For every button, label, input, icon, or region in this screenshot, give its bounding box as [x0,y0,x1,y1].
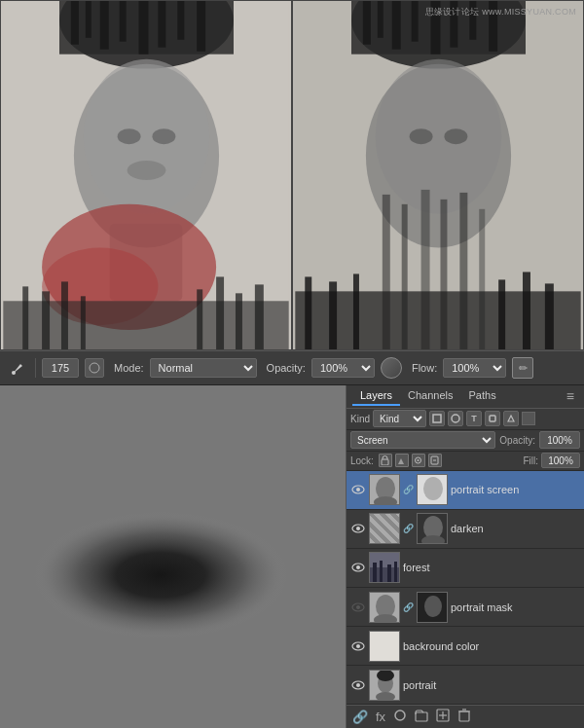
airbrush-icon[interactable] [381,357,402,379]
mode-select[interactable]: Normal [150,358,257,378]
svg-rect-24 [197,289,202,349]
lock-transparency-icon[interactable] [379,454,392,467]
flow-select[interactable]: 100% [443,358,506,378]
layer-row[interactable]: backround color [347,627,584,666]
lock-row: Lock: [347,452,584,471]
svg-rect-3 [71,1,79,45]
layer-mask-thumbnail [417,592,448,623]
svg-rect-63 [382,459,388,465]
layer-mode-icon[interactable] [522,412,535,425]
adjust-filter-icon[interactable] [448,411,463,426]
svg-rect-27 [255,284,264,349]
fill-label: Fill: [523,455,538,466]
svg-point-15 [128,161,166,180]
layer-thumbnail [369,592,400,623]
svg-rect-32 [378,1,383,38]
tab-layers[interactable]: Layers [352,386,400,406]
brush-size-display[interactable]: 175 [42,358,79,378]
svg-point-89 [356,605,360,609]
svg-rect-4 [86,1,91,38]
new-layer-icon[interactable] [436,709,450,725]
svg-point-14 [152,128,175,144]
layer-name: darken [451,523,580,534]
type-filter-icon[interactable]: T [466,411,482,426]
pen-pressure-icon[interactable]: ✏ [512,357,533,379]
smart-filter-icon[interactable] [503,411,519,426]
new-group-icon[interactable] [415,709,428,725]
brush-tool-icon[interactable] [8,357,29,379]
tab-channels[interactable]: Channels [400,386,460,406]
svg-rect-7 [139,1,149,55]
svg-point-42 [444,128,467,144]
fill-input[interactable]: 100% [541,453,580,468]
delete-layer-icon[interactable] [457,709,471,725]
layer-visibility-icon[interactable] [350,482,366,497]
svg-rect-49 [295,291,580,349]
svg-point-59 [34,512,287,638]
lock-all-icon[interactable] [428,454,442,467]
layers-menu-icon[interactable]: ≡ [563,388,578,404]
svg-rect-51 [329,281,337,349]
layer-row[interactable]: 🔗 portrait mask [347,588,584,627]
svg-rect-9 [177,1,184,40]
shape-filter-icon[interactable] [485,411,500,426]
svg-point-94 [424,596,442,617]
svg-rect-31 [363,1,371,45]
svg-point-74 [423,477,443,500]
svg-rect-33 [392,1,401,50]
kind-select[interactable]: Kind [373,410,426,427]
layer-visibility-icon[interactable] [350,521,366,536]
toolbar-separator-1 [35,358,36,378]
lock-image-icon[interactable] [395,454,409,467]
layer-visibility-icon[interactable] [350,677,366,693]
svg-rect-84 [373,563,377,583]
layers-bottom-toolbar: 🔗 fx [347,705,584,728]
svg-rect-50 [305,276,311,349]
tab-paths[interactable]: Paths [461,386,504,406]
pixel-filter-icon[interactable] [429,411,445,426]
svg-rect-21 [42,291,50,349]
layer-mask-thumbnail [417,513,448,544]
blend-mode-select[interactable]: Screen [350,431,495,449]
brush-preview-icon[interactable] [85,358,104,378]
layer-row[interactable]: 🔗 darken [347,510,584,549]
blend-mode-row: Screen Opacity: 100% [347,430,584,452]
layer-row[interactable]: portrait [347,666,584,705]
svg-rect-25 [216,276,224,349]
svg-point-76 [356,527,360,530]
layer-opacity-input[interactable]: 100% [539,431,580,449]
layer-thumbnail [369,474,400,505]
svg-rect-109 [459,711,469,721]
layer-visibility-icon[interactable] [350,560,366,575]
layer-row[interactable]: 🔗 portrait screen [347,471,584,510]
svg-point-104 [395,710,405,720]
svg-rect-62 [490,416,495,421]
watermark: 思缘设计论坛 www.MISSYUAN.COM [425,6,576,18]
svg-rect-20 [22,286,28,349]
add-style-icon[interactable]: fx [376,710,385,724]
image-panel-left [0,0,292,350]
portrait-left-svg [1,1,291,349]
opacity-select[interactable]: 100% [311,358,375,378]
toolbar: 175 Mode: Normal Opacity: 100% Flow: 100… [0,350,584,385]
layer-visibility-icon[interactable] [350,600,366,615]
link-layers-icon[interactable]: 🔗 [352,710,368,724]
layer-row[interactable]: forest [347,549,584,588]
svg-point-41 [410,128,433,144]
svg-rect-26 [236,293,242,349]
svg-rect-54 [523,272,530,349]
lock-position-icon[interactable] [412,454,425,467]
layer-chain-icon: 🔗 [403,485,414,494]
svg-rect-22 [61,281,68,349]
svg-rect-86 [387,564,391,583]
layer-name: portrait screen [451,484,580,495]
add-mask-icon[interactable] [393,709,407,725]
layer-thumbnail [369,552,400,583]
kind-filter-row: Kind Kind T [347,409,584,430]
svg-rect-34 [412,1,419,42]
svg-point-96 [356,644,360,648]
layers-panel: Layers Channels Paths ≡ Kind Kind T [346,385,584,728]
layer-visibility-icon[interactable] [350,638,366,654]
svg-point-99 [356,683,360,687]
canvas-area[interactable] [0,385,346,728]
